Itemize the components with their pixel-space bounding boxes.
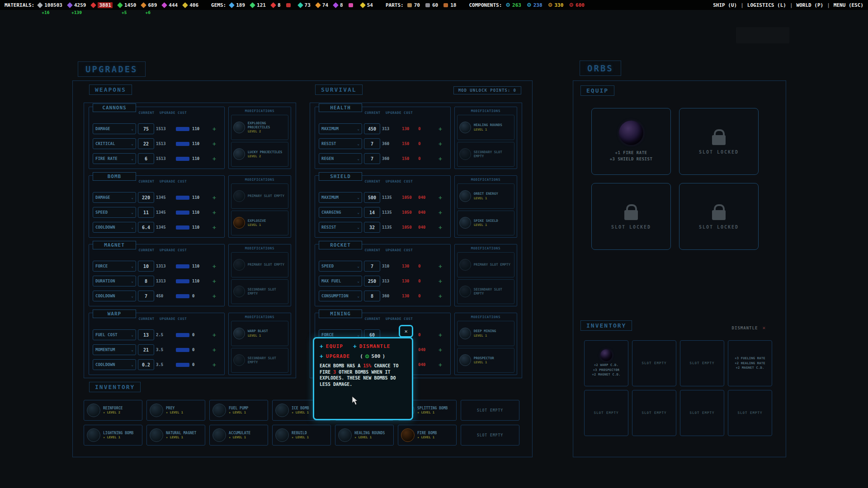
stat-dropdown[interactable]: COOLDOWN⌄ bbox=[93, 359, 136, 370]
upgrade-plus-button[interactable]: + bbox=[211, 361, 217, 368]
inventory-slot-empty[interactable]: SLOT EMPTY bbox=[461, 425, 519, 446]
upgrade-plus-button[interactable]: + bbox=[437, 155, 443, 162]
upgrade-plus-button[interactable]: + bbox=[437, 332, 443, 338]
equip-button[interactable]: + EQUIP bbox=[320, 343, 343, 350]
mod-slot[interactable]: HEALING ROUNDSLEVEL 1 bbox=[457, 115, 514, 140]
mod-slot[interactable]: EXPLOSIVELEVEL 1 bbox=[231, 211, 288, 236]
menu-item-logistics[interactable]: LOGISTICS (L) bbox=[747, 2, 786, 8]
mod-slot[interactable]: ORBIT ENERGYLEVEL 1 bbox=[457, 183, 514, 209]
stat-dropdown[interactable]: COOLDOWN⌄ bbox=[93, 291, 136, 301]
upgrade-plus-button[interactable]: + bbox=[437, 278, 443, 285]
stat-dropdown[interactable]: CRITICAL⌄ bbox=[93, 138, 136, 149]
stat-dropdown[interactable]: DURATION⌄ bbox=[93, 276, 136, 286]
orb-inventory-slot-empty[interactable]: SLOT EMPTY bbox=[632, 390, 676, 436]
orb-inventory-slot-empty[interactable]: SLOT EMPTY bbox=[584, 390, 628, 436]
upgrade-plus-button[interactable]: + bbox=[211, 332, 217, 338]
orb-slot-locked[interactable]: SLOT LOCKED bbox=[591, 183, 671, 250]
stat-dropdown[interactable]: DAMAGE⌄ bbox=[93, 123, 136, 134]
inventory-slot[interactable]: LIGHTNING BOMB★ LEVEL 1 bbox=[84, 425, 142, 446]
stat-dropdown[interactable]: MAXIMUM⌄ bbox=[319, 192, 362, 203]
inventory-slot-empty[interactable]: SLOT EMPTY bbox=[461, 400, 519, 421]
mod-slot[interactable]: EXPLODING PROJECTILESLEVEL 2 bbox=[231, 115, 288, 140]
stat-dropdown[interactable]: SPEED⌄ bbox=[319, 261, 362, 272]
mod-slot[interactable]: WARP BLASTLEVEL 1 bbox=[231, 321, 288, 346]
upgrade-button[interactable]: + UPGRADE bbox=[320, 353, 350, 360]
ore-yellow-icon bbox=[182, 2, 188, 8]
upgrade-plus-button[interactable]: + bbox=[437, 347, 443, 353]
stat-dropdown[interactable]: RESIST⌄ bbox=[319, 222, 362, 233]
upgrade-plus-button[interactable]: + bbox=[211, 209, 217, 216]
upgrade-plus-button[interactable]: + bbox=[211, 126, 217, 132]
stat-dropdown[interactable]: REGEN⌄ bbox=[319, 153, 362, 164]
stat-dropdown[interactable]: MAXIMUM⌄ bbox=[319, 123, 362, 134]
orb-slot-equipped[interactable]: +1 FIRE RATE+3 SHIELD RESIST bbox=[591, 108, 671, 175]
upgrade-plus-button[interactable]: + bbox=[437, 263, 443, 270]
stat-dropdown[interactable]: FORCE⌄ bbox=[93, 261, 136, 272]
mod-slot[interactable]: PRIMARY SLOT EMPTY bbox=[231, 252, 288, 277]
mod-slot[interactable]: PROSPECTORLEVEL 1 bbox=[457, 348, 514, 373]
mod-slot[interactable]: PRIMARY SLOT EMPTY bbox=[457, 252, 514, 277]
upgrade-plus-button[interactable]: + bbox=[211, 155, 217, 162]
stat-dropdown[interactable]: SPEED⌄ bbox=[93, 207, 136, 218]
menu-item-world[interactable]: WORLD (P) bbox=[797, 2, 824, 8]
inventory-slot[interactable]: HEALING ROUNDS★ LEVEL 1 bbox=[335, 425, 394, 446]
upgrade-plus-button[interactable]: + bbox=[437, 361, 443, 368]
stat-dropdown[interactable]: RESIST⌄ bbox=[319, 138, 362, 149]
mod-slot[interactable]: SECONDARY SLOT EMPTY bbox=[457, 142, 514, 167]
stat-dropdown[interactable]: FIRE RATE⌄ bbox=[93, 153, 136, 164]
orb-inventory-slot-empty[interactable]: SLOT EMPTY bbox=[680, 340, 724, 386]
upgrade-plus-button[interactable]: + bbox=[211, 293, 217, 300]
mod-slot[interactable]: SPIKE SHIELDLEVEL 1 bbox=[457, 211, 514, 236]
upgrade-plus-button[interactable]: + bbox=[437, 141, 443, 147]
inventory-slot[interactable]: PREY★ LEVEL 1 bbox=[146, 400, 205, 421]
upgrade-plus-button[interactable]: + bbox=[437, 209, 443, 216]
stat-dropdown[interactable]: CONSUMPTION⌄ bbox=[319, 291, 362, 301]
cost-value: 1345 bbox=[156, 225, 173, 230]
stat-dropdown[interactable]: COOLDOWN⌄ bbox=[93, 222, 136, 233]
upgrade-plus-button[interactable]: + bbox=[211, 263, 217, 270]
upgrade-plus-button[interactable]: + bbox=[211, 278, 217, 285]
mod-slot[interactable]: SECONDARY SLOT EMPTY bbox=[457, 279, 514, 305]
upgrade-plus-button[interactable]: + bbox=[211, 347, 217, 353]
upgrade-cost: 3131300 bbox=[382, 127, 435, 131]
inventory-slot[interactable]: FIRE BOMB★ LEVEL 1 bbox=[398, 425, 457, 446]
inventory-slot[interactable]: NATURAL MAGNET★ LEVEL 1 bbox=[146, 425, 205, 446]
orb-inventory-slot-empty[interactable]: SLOT EMPTY bbox=[680, 390, 724, 436]
orb-slot-locked[interactable]: SLOT LOCKED bbox=[679, 183, 759, 250]
inventory-slot[interactable]: REINFORCE★ LEVEL 2 bbox=[84, 400, 142, 421]
upgrade-plus-button[interactable]: + bbox=[211, 194, 217, 201]
inventory-slot[interactable]: REBUILD★ LEVEL 1 bbox=[272, 425, 331, 446]
upgrade-plus-button[interactable]: + bbox=[437, 293, 443, 300]
stat-dropdown[interactable]: MAX FUEL⌄ bbox=[319, 276, 362, 286]
stat-dropdown[interactable]: FUEL COST⌄ bbox=[93, 329, 136, 340]
mod-slot[interactable]: SECONDARY SLOT EMPTY bbox=[231, 348, 288, 373]
orb-inventory-slot[interactable]: +3 FUELING RATE+2 HEALING RATE+2 MAGNET … bbox=[728, 340, 772, 386]
upgrade-plus-button[interactable]: + bbox=[437, 194, 443, 201]
mod-slot[interactable]: PRIMARY SLOT EMPTY bbox=[231, 183, 288, 209]
dismantle-button[interactable]: + DISMANTLE bbox=[353, 343, 390, 350]
mod-slot[interactable]: DEEP MININGLEVEL 1 bbox=[457, 321, 514, 346]
stat-label-text: FUEL COST bbox=[95, 333, 118, 337]
stat-dropdown[interactable]: DAMAGE⌄ bbox=[93, 192, 136, 203]
orb-inventory-slot-empty[interactable]: SLOT EMPTY bbox=[728, 390, 772, 436]
upgrade-plus-button[interactable]: + bbox=[211, 141, 217, 147]
stat-dropdown[interactable]: MOMENTUM⌄ bbox=[93, 344, 136, 355]
upgrade-plus-button[interactable]: + bbox=[437, 224, 443, 231]
exploding-projectiles-icon bbox=[233, 122, 245, 133]
slot-empty-label: SLOT EMPTY bbox=[477, 433, 503, 437]
inventory-slot[interactable]: ACCUMULATE★ LEVEL 1 bbox=[209, 425, 268, 446]
mod-slot[interactable]: LUCKY PROJECTILESLEVEL 2 bbox=[231, 142, 288, 167]
close-icon[interactable]: ✕ bbox=[399, 325, 413, 338]
inventory-slot[interactable]: FUEL PUMP★ LEVEL 1 bbox=[209, 400, 268, 421]
orb-slot-locked[interactable]: SLOT LOCKED bbox=[679, 108, 759, 175]
orb-inventory-slot-empty[interactable]: SLOT EMPTY bbox=[632, 340, 676, 386]
upgrade-plus-button[interactable]: + bbox=[437, 126, 443, 132]
orb-inventory-slot[interactable]: +2 WARP C.D.+3 PROSPECTOR+2 MAGNET C.D. bbox=[584, 340, 628, 386]
menu-item-ship[interactable]: SHIP (U) bbox=[713, 2, 737, 8]
stat-dropdown[interactable]: CHARGING⌄ bbox=[319, 207, 362, 218]
dismantle-x-icon[interactable]: ✕ bbox=[762, 325, 766, 331]
upgrade-plus-button[interactable]: + bbox=[211, 224, 217, 231]
mod-slot[interactable]: SECONDARY SLOT EMPTY bbox=[231, 279, 288, 305]
orbs-dismantle-button[interactable]: DISMANTLE ✕ bbox=[732, 325, 766, 331]
menu-item-menu[interactable]: MENU (ESC) bbox=[834, 2, 863, 8]
